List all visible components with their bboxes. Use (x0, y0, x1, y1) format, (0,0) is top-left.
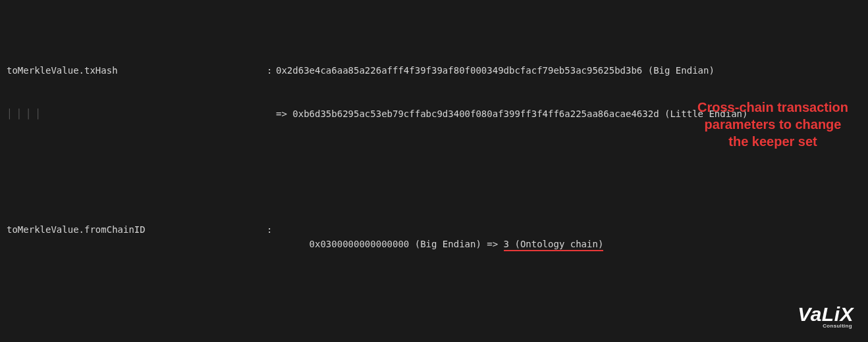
row-txhash: toMerkleValue.txHash : 0x2d63e4ca6aa85a2… (7, 63, 861, 78)
annotation-line: parameters to change (705, 117, 842, 132)
key-label: toMerkleValue.txHash (7, 63, 118, 78)
annotation-line: Cross-chain transaction (697, 100, 848, 114)
logo-x: X (840, 303, 854, 325)
callout-annotation: Cross-chain transaction parameters to ch… (697, 99, 848, 150)
tree-pipe: ││││ (7, 107, 45, 121)
valix-logo: VaLiX Consulting (798, 303, 854, 329)
logo-main: VaLi (798, 303, 840, 325)
value-text: 0x2d63e4ca6aa85a226afff4f39f39af80f00034… (276, 65, 715, 76)
data-dump: toMerkleValue.txHash : 0x2d63e4ca6aa85a2… (0, 0, 868, 342)
annotation-line: the keeper set (728, 134, 817, 149)
value-text: 0x0300000000000000 (Big Endian) => (310, 239, 504, 249)
value-text: => 0xb6d35b6295ac53eb79cffabc9d3400f080a… (276, 109, 747, 119)
key-label: toMerkleValue.fromChainID (7, 222, 146, 237)
row-fromchainid: toMerkleValue.fromChainID : 0x0300000000… (7, 222, 861, 266)
value-highlight: 3 (Ontology chain) (504, 239, 604, 251)
